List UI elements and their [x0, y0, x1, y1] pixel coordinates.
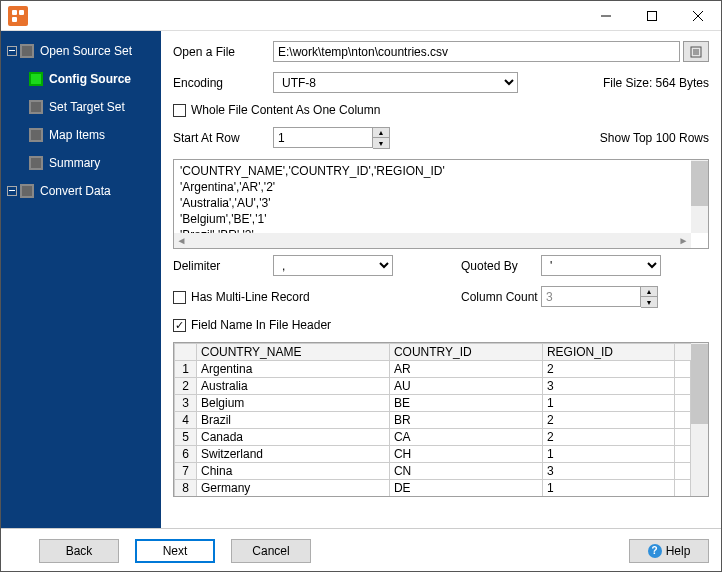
data-table: COUNTRY_NAMECOUNTRY_IDREGION_ID 1Argenti… [173, 342, 709, 497]
help-icon: ? [648, 544, 662, 558]
start-row-label: Start At Row [173, 131, 273, 145]
delimiter-label: Delimiter [173, 259, 273, 273]
table-row: 2AustraliaAU3 [175, 378, 691, 395]
browse-button[interactable] [683, 41, 709, 62]
table-row: 6SwitzerlandCH1 [175, 446, 691, 463]
table-row: 7ChinaCN3 [175, 463, 691, 480]
table-row: 3BelgiumBE1 [175, 395, 691, 412]
cancel-button[interactable]: Cancel [231, 539, 311, 563]
sidebar-item-summary[interactable]: Summary [1, 149, 161, 177]
maximize-button[interactable] [629, 1, 675, 31]
quoted-select[interactable]: ' [541, 255, 661, 276]
preview-scrollbar-h[interactable]: ◄► [174, 233, 691, 248]
show-top-label: Show Top 100 Rows [600, 131, 709, 145]
back-button[interactable]: Back [39, 539, 119, 563]
quoted-label: Quoted By [441, 259, 541, 273]
table-scrollbar-v[interactable] [691, 343, 708, 496]
table-row: 4BrazilBR2 [175, 412, 691, 429]
file-preview: 'COUNTRY_NAME','COUNTRY_ID','REGION_ID' … [173, 159, 709, 249]
wizard-footer: Back Next Cancel ?Help [1, 528, 721, 572]
svg-rect-1 [648, 11, 657, 20]
file-size-label: File Size: 564 Bytes [603, 76, 709, 90]
encoding-select[interactable]: UTF-8 [273, 72, 518, 93]
spin-up-button[interactable]: ▲ [373, 128, 389, 138]
app-icon [8, 6, 28, 26]
colcount-down[interactable]: ▼ [641, 297, 657, 307]
fieldname-checkbox[interactable]: Field Name In File Header [173, 318, 331, 332]
table-row: 8GermanyDE1 [175, 480, 691, 497]
minimize-button[interactable] [583, 1, 629, 31]
sidebar-item-map-items[interactable]: Map Items [1, 121, 161, 149]
sidebar-item-config-source[interactable]: Config Source [1, 65, 161, 93]
preview-scrollbar-v[interactable] [691, 160, 708, 233]
table-row: 1ArgentinaAR2 [175, 361, 691, 378]
file-path-input[interactable] [273, 41, 680, 62]
tree-toggle-icon[interactable] [7, 46, 17, 56]
delimiter-select[interactable]: , [273, 255, 393, 276]
main-panel: Open a File Encoding UTF-8 File Size: 56… [161, 31, 721, 528]
wizard-sidebar: Open Source Set Config Source Set Target… [1, 31, 161, 528]
sidebar-item-open-source[interactable]: Open Source Set [1, 37, 161, 65]
colcount-input [541, 286, 641, 307]
open-file-label: Open a File [173, 45, 273, 59]
table-row: 5CanadaCA2 [175, 429, 691, 446]
title-bar [1, 1, 721, 31]
close-button[interactable] [675, 1, 721, 31]
multiline-checkbox[interactable]: Has Multi-Line Record [173, 290, 310, 304]
sidebar-item-set-target[interactable]: Set Target Set [1, 93, 161, 121]
sidebar-item-convert-data[interactable]: Convert Data [1, 177, 161, 205]
colcount-up[interactable]: ▲ [641, 287, 657, 297]
colcount-label: Column Count [441, 290, 541, 304]
whole-file-checkbox[interactable]: Whole File Content As One Column [173, 103, 380, 117]
spin-down-button[interactable]: ▼ [373, 138, 389, 148]
help-button[interactable]: ?Help [629, 539, 709, 563]
next-button[interactable]: Next [135, 539, 215, 563]
tree-toggle-icon[interactable] [7, 186, 17, 196]
start-row-input[interactable] [273, 127, 373, 148]
encoding-label: Encoding [173, 76, 273, 90]
